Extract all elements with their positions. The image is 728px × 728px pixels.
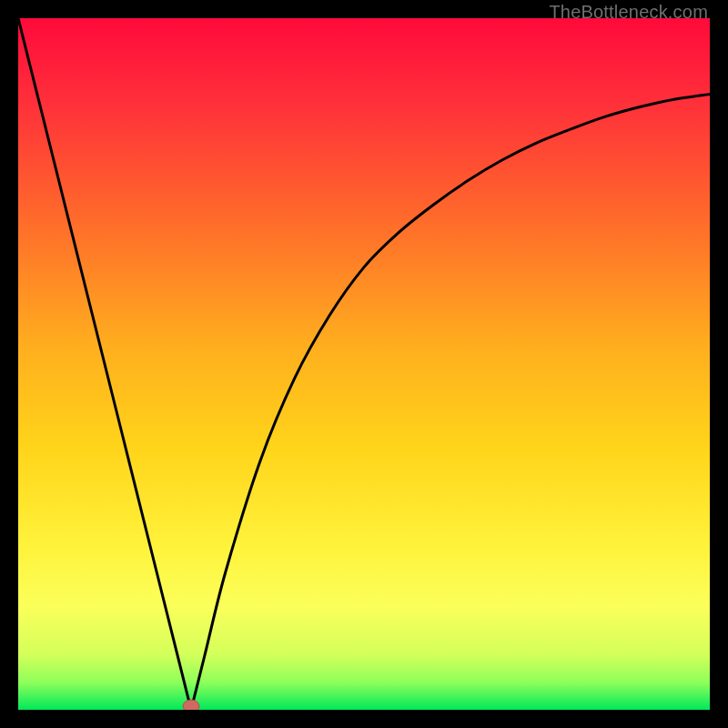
- minimum-marker: [183, 700, 199, 710]
- chart-svg: [18, 18, 710, 710]
- watermark-text: TheBottleneck.com: [549, 2, 708, 23]
- gradient-background: [18, 18, 710, 710]
- chart-frame: [18, 18, 710, 710]
